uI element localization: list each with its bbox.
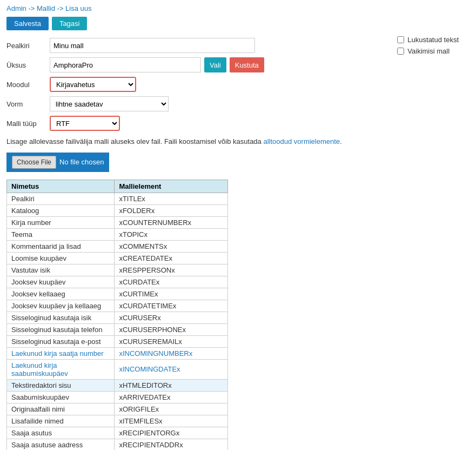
form-label: Vorm bbox=[6, 100, 50, 108]
elements-section: Nimetus Mallielement PealkirixTITLExKata… bbox=[6, 180, 470, 451]
table-row: Tekstiredaktori sisuxHTMLEDITORx bbox=[7, 379, 228, 391]
unit-control: Vali Kustuta bbox=[50, 57, 264, 72]
info-text: Lisage allolevasse failivälija malli alu… bbox=[6, 136, 470, 147]
right-options: Lukustatud tekst Vaikimisi mall bbox=[397, 36, 459, 55]
locked-text-checkbox[interactable] bbox=[397, 36, 404, 43]
choose-file-button[interactable]: Choose File bbox=[12, 156, 56, 169]
default-template-checkbox[interactable] bbox=[397, 48, 404, 55]
unit-delete-button[interactable]: Kustuta bbox=[230, 57, 264, 72]
table-row: Laekunud kirja saatja numberxINCOMINGNUM… bbox=[7, 347, 228, 359]
element-cell: xCURTIMEx bbox=[115, 288, 228, 300]
nimetus-cell: Laekunud kirja saabumiskuupäev bbox=[7, 359, 115, 379]
nimetus-cell: Saabumiskuupäev bbox=[7, 391, 115, 403]
no-file-label: No file chosen bbox=[59, 158, 104, 166]
table-row: Vastutav isikxRESPPERSONx bbox=[7, 264, 228, 276]
table-row: PealkirixTITLEx bbox=[7, 193, 228, 204]
title-label: Pealkiri bbox=[6, 42, 50, 50]
toolbar: Salvesta Tagasi bbox=[6, 17, 470, 30]
nimetus-cell: Sisseloginud kasutaja isik bbox=[7, 312, 115, 323]
nimetus-cell: Pealkiri bbox=[7, 193, 115, 204]
table-row: Jooksev kuupäevxCURDATEx bbox=[7, 276, 228, 288]
nimetus-cell: Kommentaarid ja lisad bbox=[7, 240, 115, 252]
element-cell: xITEMFILESx bbox=[115, 415, 228, 427]
element-cell: xCURUSEREMAILx bbox=[115, 335, 228, 347]
table-row: Originaalfaili nimixORIGFILEx bbox=[7, 403, 228, 415]
nimetus-cell: Kirja number bbox=[7, 216, 115, 228]
nimetus-cell: Loomise kuupäev bbox=[7, 252, 115, 264]
table-row: TeemaxTOPICx bbox=[7, 228, 228, 240]
element-cell: xFOLDERx bbox=[115, 204, 228, 216]
locked-text-label: Lukustatud tekst bbox=[407, 36, 459, 44]
breadcrumb: Admin -> Mallid -> Lisa uus bbox=[6, 4, 470, 12]
nimetus-cell: Vastutav isik bbox=[7, 264, 115, 276]
nimetus-cell: Sisseloginud kasutaja telefon bbox=[7, 323, 115, 335]
element-cell: xRECIPIENTADDRx bbox=[115, 439, 228, 450]
locked-text-row: Lukustatud tekst bbox=[397, 36, 459, 44]
title-control bbox=[50, 38, 255, 53]
unit-label: Üksus bbox=[6, 61, 50, 69]
elements-table: Nimetus Mallielement PealkirixTITLExKata… bbox=[6, 180, 228, 451]
back-button[interactable]: Tagasi bbox=[52, 17, 88, 30]
element-cell: xCURDATETIMEx bbox=[115, 300, 228, 312]
element-cell: xCURUSERx bbox=[115, 312, 228, 323]
element-cell: xINCOMINGNUMBERx bbox=[115, 347, 228, 359]
form-row: Vorm lihtne saadetav bbox=[6, 96, 470, 111]
unit-input[interactable] bbox=[50, 57, 201, 72]
table-row: Kommentaarid ja lisadxCOMMENTSx bbox=[7, 240, 228, 252]
file-input-wrapper: Choose File No file chosen bbox=[6, 153, 109, 172]
info-end: . bbox=[340, 137, 342, 145]
table-row: KataloogxFOLDERx bbox=[7, 204, 228, 216]
element-cell: xCOMMENTSx bbox=[115, 240, 228, 252]
default-template-label: Vaikimisi mall bbox=[407, 47, 450, 55]
col-nimetus-header: Nimetus bbox=[7, 180, 115, 193]
table-row: Lisafailide nimedxITEMFILESx bbox=[7, 415, 228, 427]
element-cell: xORIGFILEx bbox=[115, 403, 228, 415]
nimetus-cell: Tekstiredaktori sisu bbox=[7, 379, 115, 391]
info-link[interactable]: alltoodud vormielemente bbox=[263, 137, 340, 145]
table-row: SaabumiskuupäevxARRIVEDATEx bbox=[7, 391, 228, 403]
element-cell: xTOPICx bbox=[115, 228, 228, 240]
table-row: Sisseloginud kasutaja e-postxCURUSEREMAI… bbox=[7, 335, 228, 347]
table-row: Laekunud kirja saabumiskuupäevxINCOMINGD… bbox=[7, 359, 228, 379]
table-row: Jooksev kuupäev ja kellaaegxCURDATETIMEx bbox=[7, 300, 228, 312]
nimetus-cell: Jooksev kuupäev ja kellaaeg bbox=[7, 300, 115, 312]
table-row: Sisseloginud kasutaja isikxCURUSERx bbox=[7, 312, 228, 323]
module-row: Moodul Kirjavahetus bbox=[6, 77, 470, 92]
table-row: Saaja asutuse aadressxRECIPIENTADDRx bbox=[7, 439, 228, 450]
save-button[interactable]: Salvesta bbox=[6, 17, 49, 30]
element-cell: xCOUNTERNUMBERx bbox=[115, 216, 228, 228]
table-header-row: Nimetus Mallielement bbox=[7, 180, 228, 193]
module-select[interactable]: Kirjavahetus bbox=[50, 77, 136, 92]
title-input[interactable] bbox=[50, 38, 255, 53]
type-control: RTF bbox=[50, 116, 120, 131]
element-cell: xARRIVEDATEx bbox=[115, 391, 228, 403]
table-row: Sisseloginud kasutaja telefonxCURUSERPHO… bbox=[7, 323, 228, 335]
unit-row: Üksus Vali Kustuta bbox=[6, 57, 470, 72]
module-control: Kirjavahetus bbox=[50, 77, 136, 92]
nimetus-cell: Sisseloginud kasutaja e-post bbox=[7, 335, 115, 347]
nimetus-cell: Jooksev kellaaeg bbox=[7, 288, 115, 300]
table-row: Jooksev kellaaegxCURTIMEx bbox=[7, 288, 228, 300]
form-select[interactable]: lihtne saadetav bbox=[50, 96, 169, 111]
breadcrumb-text: Admin -> Mallid -> Lisa uus bbox=[6, 4, 92, 12]
element-cell: xRECIPIENTORGx bbox=[115, 427, 228, 439]
element-cell: xHTMLEDITORx bbox=[115, 379, 228, 391]
type-row: Malli tüüp RTF bbox=[6, 116, 470, 131]
type-label: Malli tüüp bbox=[6, 120, 50, 128]
element-cell: xTITLEx bbox=[115, 193, 228, 204]
nimetus-cell: Lisafailide nimed bbox=[7, 415, 115, 427]
table-body: PealkirixTITLExKataloogxFOLDERxKirja num… bbox=[7, 193, 228, 450]
table-row: Saaja asutusxRECIPIENTORGx bbox=[7, 427, 228, 439]
nimetus-cell: Saaja asutus bbox=[7, 427, 115, 439]
unit-select-button[interactable]: Vali bbox=[204, 57, 226, 72]
info-main: Lisage allolevasse failivälija malli alu… bbox=[6, 137, 263, 145]
element-cell: xCURUSERPHONEx bbox=[115, 323, 228, 335]
table-row: Kirja numberxCOUNTERNUMBERx bbox=[7, 216, 228, 228]
nimetus-cell: Kataloog bbox=[7, 204, 115, 216]
default-template-row: Vaikimisi mall bbox=[397, 47, 459, 55]
element-cell: xCURDATEx bbox=[115, 276, 228, 288]
nimetus-cell: Jooksev kuupäev bbox=[7, 276, 115, 288]
element-cell: xRESPPERSONx bbox=[115, 264, 228, 276]
nimetus-cell: Laekunud kirja saatja number bbox=[7, 347, 115, 359]
type-select[interactable]: RTF bbox=[50, 116, 120, 131]
